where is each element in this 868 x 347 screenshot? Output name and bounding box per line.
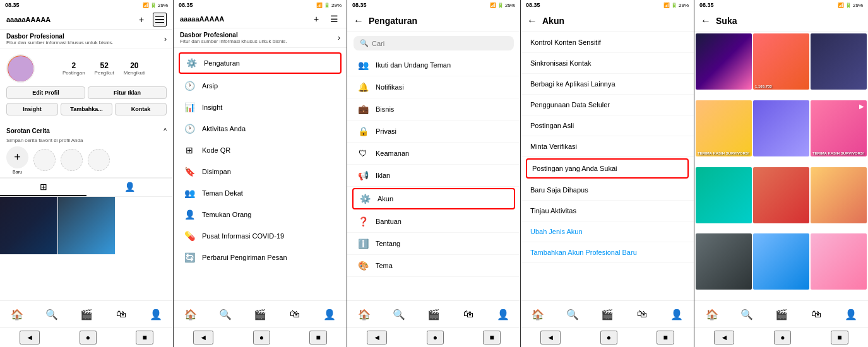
nav-search-1[interactable]: 🔍 — [42, 305, 61, 324]
nav-search-4[interactable]: 🔍 — [563, 305, 582, 324]
settings-item-8[interactable]: ℹ️Tentang — [347, 233, 520, 255]
recent-sys-3[interactable]: ■ — [483, 331, 500, 344]
grid-tab-posts[interactable]: ⊞ — [0, 179, 86, 196]
tab-tambahkan[interactable]: Tambahka... — [61, 103, 112, 115]
pro-banner-2[interactable]: Dasbor Profesional Fitur dan sumber info… — [174, 28, 347, 48]
nav-home-3[interactable]: 🏠 — [355, 305, 374, 324]
menu-item-4[interactable]: ⊞Kode QR — [174, 139, 347, 161]
akun-item-7[interactable]: Baru Saja Dihapus — [521, 180, 694, 201]
menu-item-9[interactable]: 🔄Perbarui Pengiriman Pesan — [174, 247, 347, 268]
menu-item-8[interactable]: 💊Pusat Informasi COVID-19 — [174, 225, 347, 247]
suka-thumb-9[interactable] — [696, 233, 752, 290]
akun-item-5[interactable]: Minta Verifikasi — [521, 136, 694, 157]
nav-shop-3[interactable]: 🛍 — [459, 305, 478, 324]
nav-shop-1[interactable]: 🛍 — [112, 305, 131, 324]
settings-item-6[interactable]: ⚙️Akun — [352, 188, 515, 209]
nav-shop-2[interactable]: 🛍 — [285, 305, 304, 324]
back-arrow-3[interactable]: ← — [354, 15, 364, 26]
suka-thumb-2[interactable] — [811, 33, 867, 90]
suka-thumb-6[interactable] — [696, 167, 752, 223]
nav-reels-1[interactable]: 🎬 — [77, 305, 96, 324]
tab-insight[interactable]: Insight — [6, 103, 58, 115]
home-sys-3[interactable]: ● — [427, 331, 444, 344]
suka-thumb-5[interactable]: ▶TERIMA KASIH SURVIVORS! — [811, 100, 867, 156]
suka-thumb-3[interactable]: TERIMA KASIH SURVIVORS! — [696, 100, 752, 156]
nav-profile-5[interactable]: 👤 — [841, 305, 860, 324]
nav-home-2[interactable]: 🏠 — [181, 305, 200, 324]
settings-item-4[interactable]: 🛡Keamanan — [347, 143, 520, 165]
nav-shop-5[interactable]: 🛍 — [807, 305, 826, 324]
nav-home-5[interactable]: 🏠 — [703, 305, 722, 324]
suka-thumb-8[interactable] — [811, 167, 867, 223]
post-thumb-1[interactable] — [0, 197, 57, 254]
menu-button-2[interactable]: ☰ — [328, 13, 340, 25]
akun-item-2[interactable]: Berbagi ke Aplikasi Lainnya — [521, 74, 694, 95]
nav-home-4[interactable]: 🏠 — [528, 305, 547, 324]
highlight-new[interactable]: + Baru — [6, 146, 28, 174]
suka-thumb-1[interactable]: 1,169,703 — [753, 33, 809, 90]
akun-item-3[interactable]: Penggunaan Data Seluler — [521, 95, 694, 115]
akun-item-9[interactable]: Ubah Jenis Akun — [521, 221, 694, 242]
recent-sys-2[interactable]: ■ — [309, 331, 326, 344]
back-sys-1[interactable]: ◄ — [20, 331, 40, 344]
home-sys-4[interactable]: ● — [600, 331, 617, 344]
menu-item-5[interactable]: 🔖Disimpan — [174, 161, 347, 182]
settings-item-9[interactable]: 🎨Tema — [347, 255, 520, 277]
back-sys-4[interactable]: ◄ — [540, 331, 561, 344]
nav-search-2[interactable]: 🔍 — [216, 305, 235, 324]
suka-thumb-7[interactable] — [753, 167, 809, 223]
menu-item-7[interactable]: 👤Temukan Orang — [174, 204, 347, 225]
home-sys-5[interactable]: ● — [774, 331, 791, 344]
grid-tab-tagged[interactable]: 👤 — [86, 179, 173, 196]
recent-sys-1[interactable]: ■ — [136, 331, 153, 344]
akun-item-10[interactable]: Tambahkan Akun Profesional Baru — [521, 242, 694, 263]
nav-profile-4[interactable]: 👤 — [667, 305, 686, 324]
edit-profil-button[interactable]: Edit Profil — [6, 86, 85, 99]
settings-item-2[interactable]: 💼Bisnis — [347, 98, 520, 121]
akun-item-8[interactable]: Tinjau Aktivitas — [521, 201, 694, 221]
menu-button-1[interactable] — [153, 13, 167, 26]
nav-profile-2[interactable]: 👤 — [320, 305, 339, 324]
back-sys-2[interactable]: ◄ — [193, 331, 213, 344]
akun-item-6[interactable]: Postingan yang Anda Sukai — [526, 158, 689, 179]
akun-item-1[interactable]: Sinkronisasi Kontak — [521, 53, 694, 74]
nav-profile-1[interactable]: 👤 — [146, 305, 165, 324]
home-sys-1[interactable]: ● — [80, 331, 97, 344]
home-sys-2[interactable]: ● — [253, 331, 270, 344]
settings-item-0[interactable]: 👥Ikuti dan Undang Teman — [347, 54, 520, 76]
pro-banner-1[interactable]: Dasbor Profesional Fitur dan sumber info… — [0, 30, 173, 49]
menu-item-0[interactable]: ⚙️Pengaturan — [179, 52, 342, 74]
akun-item-0[interactable]: Kontrol Konten Sensitif — [521, 32, 694, 53]
recent-sys-5[interactable]: ■ — [831, 331, 848, 344]
nav-reels-3[interactable]: 🎬 — [424, 305, 443, 324]
settings-item-1[interactable]: 🔔Notifikasi — [347, 76, 520, 98]
settings-item-3[interactable]: 🔒Privasi — [347, 121, 520, 143]
back-arrow-4[interactable]: ← — [527, 15, 537, 26]
back-sys-3[interactable]: ◄ — [367, 331, 387, 344]
add-button-2[interactable]: + — [310, 13, 323, 25]
nav-shop-4[interactable]: 🛍 — [633, 305, 651, 324]
search-input-3[interactable] — [372, 40, 508, 47]
suka-thumb-4[interactable] — [753, 100, 809, 156]
settings-item-7[interactable]: ❓Bantuan — [347, 211, 520, 233]
suka-thumb-11[interactable] — [811, 233, 867, 290]
add-button-1[interactable]: + — [135, 13, 148, 26]
nav-home-1[interactable]: 🏠 — [8, 305, 27, 324]
akun-item-4[interactable]: Postingan Asli — [521, 115, 694, 136]
back-sys-5[interactable]: ◄ — [714, 331, 734, 344]
recent-sys-4[interactable]: ■ — [657, 331, 674, 344]
suka-thumb-0[interactable] — [696, 33, 752, 90]
nav-reels-4[interactable]: 🎬 — [598, 305, 617, 324]
settings-item-5[interactable]: 📢Iklan — [347, 165, 520, 187]
menu-item-6[interactable]: 👥Teman Dekat — [174, 182, 347, 204]
nav-reels-2[interactable]: 🎬 — [251, 305, 270, 324]
back-arrow-5[interactable]: ← — [701, 15, 711, 26]
menu-item-1[interactable]: 🕐Arsip — [174, 75, 347, 97]
menu-item-3[interactable]: 🕐Aktivitas Anda — [174, 118, 347, 139]
suka-thumb-10[interactable] — [753, 233, 809, 290]
menu-item-2[interactable]: 📊Insight — [174, 97, 347, 118]
nav-reels-5[interactable]: 🎬 — [772, 305, 791, 324]
nav-search-3[interactable]: 🔍 — [389, 305, 408, 324]
tab-kontak[interactable]: Kontak — [115, 103, 167, 115]
nav-search-5[interactable]: 🔍 — [737, 305, 756, 324]
